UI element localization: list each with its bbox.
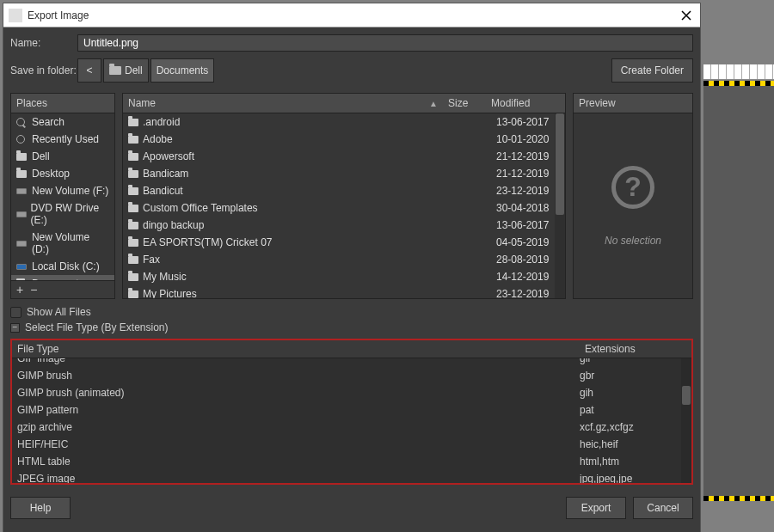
- file-row[interactable]: Adobe10-01-2020: [123, 131, 565, 148]
- file-name: Adobe: [143, 133, 173, 145]
- file-row[interactable]: Apowersoft21-12-2019: [123, 148, 565, 165]
- file-row[interactable]: EA SPORTS(TM) Cricket 0704-05-2019: [123, 234, 565, 251]
- filetype-row[interactable]: HTML tablehtml,htm: [12, 453, 691, 470]
- file-row[interactable]: My Music14-12-2019: [123, 268, 565, 285]
- filetype-name: GIMP pattern: [17, 404, 580, 416]
- file-name: My Music: [143, 271, 187, 283]
- create-folder-button[interactable]: Create Folder: [611, 58, 693, 83]
- filetype-row[interactable]: HEIF/HEICheic,heif: [12, 436, 691, 453]
- file-size: [453, 168, 496, 180]
- filetype-row[interactable]: gzip archivexcf.gz,xcfgz: [12, 419, 691, 436]
- name-label: Name:: [10, 37, 77, 49]
- file-modified: 21-12-2019: [496, 168, 560, 180]
- place-label: DVD RW Drive (E:): [31, 202, 110, 226]
- ruler: [703, 64, 774, 80]
- breadcrumb-documents[interactable]: Documents: [150, 58, 215, 83]
- dialog-footer: Help Export Cancel: [10, 493, 693, 526]
- place-icon: [16, 170, 28, 178]
- preview-panel: Preview ? No selection: [573, 93, 693, 299]
- place-label: Dell: [32, 150, 50, 162]
- place-icon: [16, 118, 28, 126]
- titlebar[interactable]: Export Image: [3, 3, 700, 28]
- place-item[interactable]: New Volume (F:): [11, 182, 114, 199]
- filetype-name: GIMP brush (animated): [17, 387, 580, 399]
- scroll-thumb[interactable]: [682, 386, 691, 405]
- file-modified: 04-05-2019: [496, 236, 560, 248]
- place-label: New Volume (F:): [32, 185, 108, 197]
- filetype-ext: gih: [580, 387, 686, 399]
- place-item[interactable]: Desktop: [11, 165, 114, 182]
- scroll-thumb[interactable]: [556, 113, 564, 215]
- filetype-scrollbar[interactable]: [681, 358, 691, 483]
- file-row[interactable]: .android13-06-2017: [123, 113, 565, 131]
- place-item[interactable]: Recently Used: [11, 131, 114, 148]
- col-name[interactable]: Name▲: [123, 94, 443, 113]
- filetype-ext: gbr: [580, 370, 686, 382]
- breadcrumb-back[interactable]: <: [77, 58, 101, 83]
- col-extensions[interactable]: Extensions: [580, 340, 691, 358]
- place-item[interactable]: DVD RW Drive (E:): [11, 199, 114, 229]
- file-row[interactable]: Custom Office Templates30-04-2018: [123, 199, 565, 217]
- cancel-button[interactable]: Cancel: [633, 497, 693, 519]
- file-modified: 28-08-2019: [496, 254, 560, 266]
- show-all-files-label: Show All Files: [27, 306, 91, 318]
- file-size: [453, 288, 496, 298]
- col-filetype[interactable]: File Type: [12, 340, 580, 358]
- filetype-row[interactable]: GIMP brush (animated)gih: [12, 384, 691, 401]
- filetype-row[interactable]: GIF imagegif: [12, 358, 691, 367]
- dialog-title: Export Image: [28, 9, 678, 21]
- breadcrumb-dell[interactable]: Dell: [103, 58, 149, 83]
- file-row[interactable]: Bandicam21-12-2019: [123, 165, 565, 182]
- filetype-list: GIF imagegifGIMP brushgbrGIMP brush (ani…: [12, 358, 691, 483]
- file-size: [453, 271, 496, 283]
- close-button[interactable]: [678, 7, 695, 24]
- file-modified: 21-12-2019: [496, 150, 560, 162]
- remove-place-button[interactable]: −: [30, 283, 37, 297]
- save-in-label: Save in folder:: [10, 64, 77, 76]
- places-footer: + −: [11, 280, 114, 298]
- add-place-button[interactable]: +: [16, 283, 23, 297]
- help-button[interactable]: Help: [10, 497, 71, 519]
- file-size: [453, 236, 496, 248]
- file-row[interactable]: Fax28-08-2019: [123, 251, 565, 268]
- filetype-row[interactable]: GIMP brushgbr: [12, 367, 691, 384]
- file-modified: 30-04-2018: [496, 202, 560, 214]
- folder-icon: [109, 66, 121, 75]
- files-list: .android13-06-2017Adobe10-01-2020Apowers…: [123, 113, 565, 298]
- show-all-files-row[interactable]: Show All Files: [10, 306, 693, 318]
- filetype-row[interactable]: JPEG imagejpg,jpeg,jpe: [12, 470, 691, 483]
- file-row[interactable]: dingo backup13-06-2017: [123, 217, 565, 234]
- folder-icon: [128, 119, 138, 126]
- places-header[interactable]: Places: [11, 94, 114, 113]
- file-size: [453, 133, 496, 145]
- place-item[interactable]: New Volume (D:): [11, 229, 114, 258]
- file-name: Bandicam: [143, 168, 188, 180]
- filetype-name: HTML table: [17, 456, 580, 468]
- export-button[interactable]: Export: [566, 497, 626, 519]
- select-filetype-expander[interactable]: − Select File Type (By Extension): [10, 321, 693, 333]
- sort-asc-icon: ▲: [429, 99, 438, 108]
- place-item[interactable]: Local Disk (C:): [11, 258, 114, 275]
- collapse-icon: −: [10, 323, 20, 333]
- file-row[interactable]: My Pictures23-12-2019: [123, 285, 565, 298]
- app-icon: [9, 9, 22, 22]
- filetype-name: GIF image: [17, 358, 580, 364]
- col-modified[interactable]: Modified: [486, 94, 555, 113]
- folder-icon: [128, 205, 138, 212]
- place-item[interactable]: Search: [11, 113, 114, 131]
- file-modified: 23-12-2019: [496, 288, 560, 298]
- filetype-ext: pat: [580, 404, 686, 416]
- filetype-row[interactable]: GIMP patternpat: [12, 401, 691, 419]
- place-item[interactable]: Dell: [11, 148, 114, 165]
- file-row[interactable]: Bandicut23-12-2019: [123, 182, 565, 199]
- file-size: [453, 185, 496, 197]
- checkbox-icon[interactable]: [10, 307, 22, 318]
- filetype-ext: html,htm: [580, 456, 686, 468]
- file-size: [453, 150, 496, 162]
- filetype-ext: xcf.gz,xcfgz: [580, 421, 686, 433]
- col-size[interactable]: Size: [443, 94, 486, 113]
- file-size: [453, 254, 496, 266]
- place-label: New Volume (D:): [32, 231, 109, 255]
- files-scrollbar[interactable]: [555, 113, 565, 298]
- filename-input[interactable]: [77, 34, 693, 52]
